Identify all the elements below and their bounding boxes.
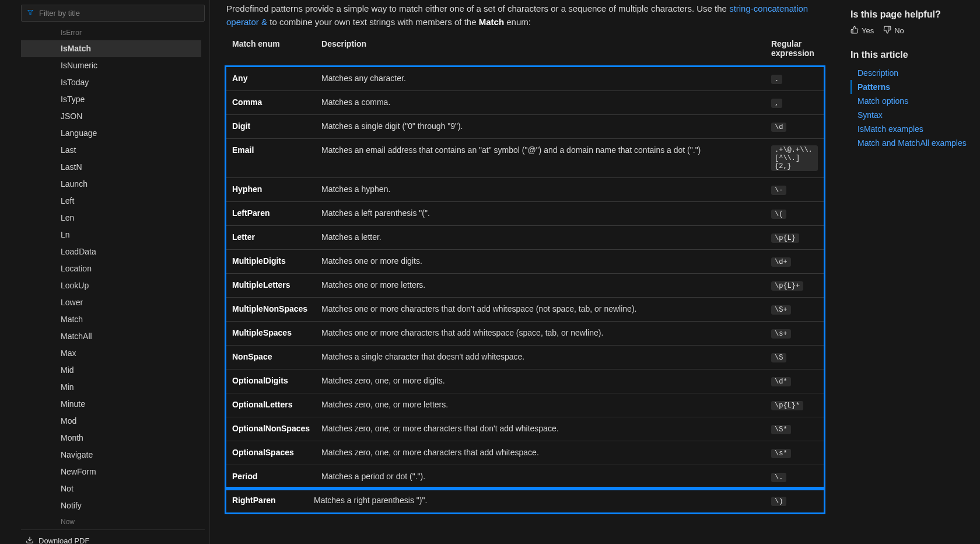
nav-item[interactable]: Last [21, 142, 201, 159]
nav-item[interactable]: IsToday [21, 74, 201, 91]
nav-item[interactable]: MatchAll [21, 328, 201, 345]
nav-item[interactable]: IsNumeric [21, 57, 201, 74]
nav-item[interactable]: LookUp [21, 277, 201, 294]
table-row: AnyMatches any character.. [226, 67, 824, 91]
regex-cell: \. [765, 465, 824, 489]
desc-cell: Matches zero, one, or more characters th… [316, 417, 765, 441]
regex-cell: \S+ [765, 298, 824, 322]
download-pdf-button[interactable]: Download PDF [21, 529, 205, 544]
intro-text: enum: [506, 17, 531, 27]
toc-item[interactable]: Match options [850, 94, 970, 108]
desc-cell: Matches a letter. [316, 226, 765, 250]
nav-item[interactable]: Not [21, 480, 201, 497]
toc-item[interactable]: Description [850, 66, 970, 80]
table-row: DigitMatches a single digit ("0" through… [226, 115, 824, 139]
desc-cell: Matches a single digit ("0" through "9")… [316, 115, 765, 139]
desc-cell: Matches any character. [316, 67, 765, 91]
nav-item[interactable]: LoadData [21, 243, 201, 260]
regex-cell: \- [765, 178, 824, 202]
regex-code: \S+ [771, 305, 791, 315]
table-row: OptionalNonSpacesMatches zero, one, or m… [226, 417, 824, 441]
regex-cell: \p{L}* [765, 393, 824, 417]
regex-cell: \( [765, 202, 824, 226]
nav-item[interactable]: Len [21, 210, 201, 226]
feedback-yes-button[interactable]: Yes [850, 26, 874, 36]
regex-code: \) [771, 497, 786, 506]
toc-item[interactable]: Match and MatchAll examples [850, 136, 970, 150]
thumbs-down-icon [883, 26, 891, 36]
header-regex: Regular expression [765, 37, 824, 67]
table-row: CommaMatches a comma., [226, 91, 824, 115]
desc-cell: Matches zero, one, or more digits. [316, 369, 765, 393]
enum-cell: OptionalSpaces [226, 441, 316, 465]
nav-item[interactable]: LastN [21, 159, 201, 176]
nav-item[interactable]: Max [21, 345, 201, 362]
desc-cell: Matches zero, one, or more characters th… [316, 441, 765, 465]
nav-item[interactable]: Min [21, 379, 201, 396]
table-row: OptionalDigitsMatches zero, one, or more… [226, 369, 824, 393]
toc-item[interactable]: Patterns [850, 80, 970, 94]
enum-cell: OptionalDigits [226, 369, 316, 393]
intro-paragraph: Predefined patterns provide a simple way… [226, 2, 824, 29]
regex-code: \d+ [771, 257, 791, 267]
intro-bold: Match [479, 17, 504, 27]
feedback-buttons: Yes No [850, 26, 970, 36]
regex-cell: , [765, 91, 824, 115]
nav-item[interactable]: JSON [21, 108, 201, 125]
nav-item[interactable]: Minute [21, 396, 201, 413]
table-row: MultipleSpacesMatches one or more charac… [226, 322, 824, 346]
nav-item[interactable]: Ln [21, 226, 201, 243]
nav-item[interactable]: Lower [21, 294, 201, 311]
table-row: PeriodMatches a period or dot (".").\. [226, 465, 824, 489]
regex-cell: \s+ [765, 322, 824, 346]
regex-cell: \s* [765, 441, 824, 465]
regex-code: \- [771, 186, 786, 195]
desc-cell: Matches a comma. [316, 91, 765, 115]
nav-item[interactable]: Now [21, 514, 201, 529]
nav-item[interactable]: Month [21, 430, 201, 447]
desc-cell: Matches zero, one, or more letters. [316, 393, 765, 417]
table-row: NonSpaceMatches a single character that … [226, 346, 824, 369]
toc-item[interactable]: Syntax [850, 108, 970, 122]
nav-scroll[interactable]: IsErrorIsMatchIsNumericIsTodayIsTypeJSON… [21, 25, 205, 529]
nav-item[interactable]: IsType [21, 91, 201, 108]
nav-item[interactable]: Navigate [21, 447, 201, 463]
regex-cell: \d* [765, 369, 824, 393]
nav-item[interactable]: Match [21, 311, 201, 328]
feedback-title: Is this page helpful? [850, 9, 970, 20]
regex-code: \S [771, 353, 786, 362]
desc-cell: Matches one or more digits. [316, 250, 765, 274]
nav-item[interactable]: IsError [21, 25, 201, 40]
nav-item[interactable]: Notify [21, 497, 201, 514]
regex-code: \p{L} [771, 233, 799, 243]
nav-item[interactable]: Launch [21, 176, 201, 193]
desc-cell: Matches a single character that doesn't … [316, 346, 765, 369]
nav-item[interactable]: Left [21, 193, 201, 210]
regex-code: \. [771, 473, 786, 482]
nav-item[interactable]: NewForm [21, 463, 201, 480]
regex-code: \( [771, 210, 786, 219]
desc-cell: Matches one or more letters. [316, 274, 765, 298]
nav-list: IsErrorIsMatchIsNumericIsTodayIsTypeJSON… [21, 25, 201, 529]
regex-cell: \d+ [765, 250, 824, 274]
enum-cell: OptionalLetters [226, 393, 316, 417]
table-row: OptionalLettersMatches zero, one, or mor… [226, 393, 824, 417]
regex-code: \d [771, 123, 786, 132]
nav-item[interactable]: Mod [21, 413, 201, 430]
enum-cell: Any [226, 67, 316, 91]
nav-item[interactable]: Location [21, 260, 201, 277]
table-row: LeftParenMatches a left parenthesis "(".… [226, 202, 824, 226]
enum-cell: Email [226, 139, 316, 178]
table-row: LetterMatches a letter.\p{L} [226, 226, 824, 250]
nav-item[interactable]: IsMatch [21, 40, 201, 57]
filter-input[interactable] [21, 5, 205, 22]
enum-cell: Comma [226, 91, 316, 115]
nav-item[interactable]: Language [21, 125, 201, 142]
toc-item[interactable]: IsMatch examples [850, 122, 970, 136]
feedback-no-button[interactable]: No [883, 26, 904, 36]
right-rail: Is this page helpful? Yes No In this art… [840, 0, 980, 544]
main-content: Predefined patterns provide a simple way… [210, 0, 840, 544]
intro-text: Predefined patterns provide a simple way… [226, 4, 729, 13]
nav-item[interactable]: Mid [21, 362, 201, 379]
download-icon [26, 536, 34, 544]
